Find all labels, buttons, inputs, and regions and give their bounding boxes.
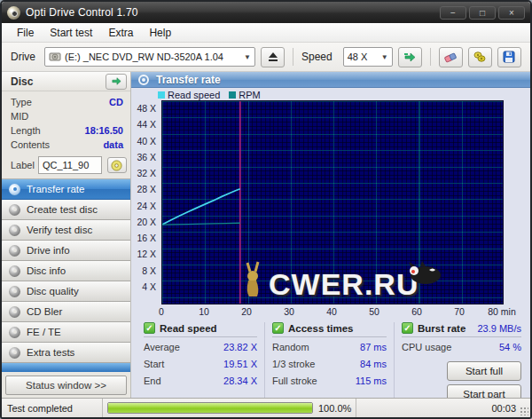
left-sidebar: Disc Type CD MID Length 18:: [2, 72, 131, 398]
field-label: Contents: [11, 138, 50, 152]
erase-disc-button[interactable]: [439, 47, 463, 67]
stat-value: 28.34 X: [223, 373, 257, 390]
legend-rpm: RPM: [229, 90, 260, 100]
legend-label: Read speed: [168, 90, 220, 100]
burst-rate-stats: Burst rate 23.9 MB/s CPU usage 54 % Star…: [394, 322, 528, 398]
status-window-button[interactable]: Status window >>: [5, 376, 127, 395]
disc-label-button[interactable]: [107, 157, 127, 173]
stat-value: 84 ms: [360, 356, 387, 373]
disc-icon: [9, 327, 20, 338]
sidebar-nav: Transfer rate Create test disc Verify te…: [2, 178, 130, 372]
sidebar-item-create-test-disc[interactable]: Create test disc: [2, 200, 130, 220]
status-bar: Test completed 100.0% 00:03: [2, 398, 530, 417]
disc-icon: [9, 286, 20, 297]
toolbar-separator: [430, 48, 431, 66]
stat-row-end: End 28.34 X: [144, 373, 257, 390]
stat-row-full-stroke: Full stroke 115 ms: [272, 373, 387, 390]
access-times-header: Access times: [272, 322, 387, 337]
gold-disc-icon: [111, 160, 122, 171]
y-tick-label: 4 X: [142, 281, 156, 292]
sidebar-item-label: CD Bler: [27, 306, 62, 317]
sidebar-item-cd-bler[interactable]: CD Bler: [2, 302, 130, 322]
x-tick-label: 80 min: [488, 306, 516, 317]
eject-button[interactable]: [261, 47, 285, 67]
screenshot-button[interactable]: [468, 47, 492, 67]
stat-title: Read speed: [160, 323, 217, 334]
y-tick-label: 32 X: [137, 168, 156, 178]
drive-select[interactable]: (E:) _NEC DVD_RW ND-3520A 1.04 ▼: [44, 47, 255, 67]
menu-file[interactable]: File: [9, 25, 42, 41]
chart-legend: Read speed RPM: [158, 90, 261, 100]
burst-rate-value: 23.9 MB/s: [477, 323, 521, 334]
chevron-down-icon: ▼: [239, 53, 251, 61]
save-button[interactable]: [497, 47, 521, 67]
read-speed-checkbox[interactable]: [144, 322, 155, 334]
menu-bar: File Start test Extra Help: [2, 23, 530, 43]
x-tick-label: 10: [199, 306, 209, 317]
sidebar-item-disc-quality[interactable]: Disc quality: [2, 281, 130, 302]
x-tick-label: 50: [369, 306, 379, 317]
maximize-button[interactable]: □: [469, 6, 496, 20]
field-value: 18:16.50: [85, 123, 123, 138]
speed-value: 48 X: [348, 51, 368, 62]
disc-icon: [9, 245, 20, 257]
refresh-disc-button[interactable]: [106, 74, 127, 90]
sidebar-item-fe-te[interactable]: FE / TE: [2, 322, 130, 343]
disc-field-type: Type CD: [11, 95, 123, 109]
x-axis: 01020304050607080 min: [161, 306, 525, 319]
speed-select[interactable]: 48 X ▼: [343, 47, 393, 67]
burst-rate-checkbox[interactable]: [402, 322, 413, 334]
stat-value: 54 %: [499, 339, 521, 356]
burst-rate-header: Burst rate 23.9 MB/s: [402, 322, 521, 337]
sidebar-item-drive-info[interactable]: Drive info: [2, 241, 130, 261]
resize-grip-icon[interactable]: [520, 407, 528, 415]
eraser-icon: [443, 51, 458, 63]
menu-start-test[interactable]: Start test: [42, 25, 100, 41]
start-full-button[interactable]: Start full: [447, 361, 521, 381]
menu-help[interactable]: Help: [141, 25, 179, 41]
app-cd-icon: [7, 6, 20, 20]
disc-icon: [9, 184, 20, 195]
sidebar-item-transfer-rate[interactable]: Transfer rate: [2, 179, 130, 200]
read-speed-header: Read speed: [144, 322, 257, 337]
disc-info-panel: Type CD MID Length 18:16.50 Contents dat…: [2, 91, 130, 154]
progress-percent: 100.0%: [313, 403, 354, 414]
x-tick-label: 60: [411, 306, 422, 317]
disc-field-contents: Contents data: [11, 138, 123, 152]
disc-label-input[interactable]: [38, 156, 102, 174]
main-panel: Transfer rate Read speed RPM 48 X44 X40 …: [131, 72, 530, 398]
x-tick-label: 0: [159, 306, 164, 317]
sidebar-item-extra-tests[interactable]: Extra tests: [2, 343, 130, 363]
x-tick-label: 70: [454, 306, 465, 317]
legend-read-speed: Read speed: [158, 90, 220, 100]
field-value: CD: [109, 95, 123, 109]
refresh-drives-button[interactable]: [398, 47, 422, 67]
sidebar-item-label: Drive info: [27, 245, 70, 256]
sidebar-item-disc-info[interactable]: Disc info: [2, 261, 130, 281]
stats-area: Read speed Average 23.82 X Start 19.51 X…: [131, 319, 530, 398]
sidebar-item-label: FE / TE: [27, 327, 61, 337]
stat-row-start: Start 19.51 X: [144, 356, 257, 373]
sidebar-item-label: Disc quality: [27, 286, 79, 296]
y-tick-label: 24 X: [137, 201, 156, 211]
read-speed-stats: Read speed Average 23.82 X Start 19.51 X…: [137, 322, 264, 398]
close-button[interactable]: ×: [498, 6, 525, 20]
sidebar-item-label: Verify test disc: [27, 225, 92, 235]
access-times-checkbox[interactable]: [272, 322, 284, 334]
drive-icon: [49, 51, 61, 62]
window-title: Opti Drive Control 1.70: [26, 6, 138, 19]
minimize-button[interactable]: −: [440, 6, 466, 20]
menu-extra[interactable]: Extra: [100, 25, 141, 41]
chart-area: Read speed RPM 48 X44 X40 X36 X32 X28 X2…: [131, 72, 530, 398]
y-tick-label: 44 X: [137, 119, 156, 130]
stat-row-random: Random 87 ms: [272, 339, 387, 356]
disc-field-length: Length 18:16.50: [11, 123, 123, 138]
refresh-icon: [403, 51, 417, 63]
stat-label: CPU usage: [402, 339, 451, 356]
sidebar-item-verify-test-disc[interactable]: Verify test disc: [2, 220, 130, 241]
disc-field-mid: MID: [11, 109, 123, 123]
field-label: Length: [11, 123, 41, 138]
speed-label: Speed: [301, 51, 332, 63]
disc-icon: [9, 225, 20, 236]
disc-icon: [9, 204, 20, 216]
